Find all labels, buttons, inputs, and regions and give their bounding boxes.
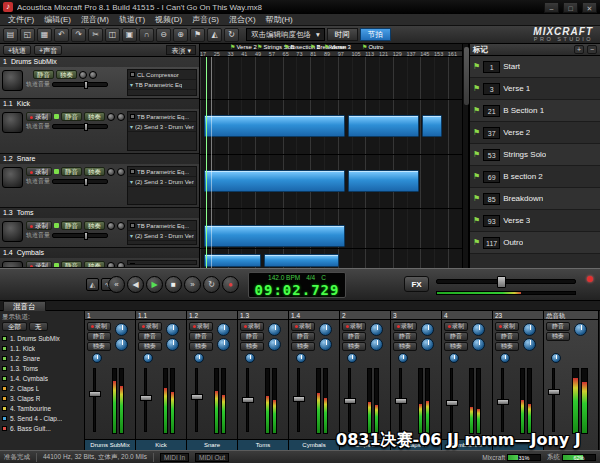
track-volume-slider[interactable] [52,124,108,129]
audio-clip[interactable] [204,115,345,137]
record-button[interactable]: ● [222,276,239,293]
fader-handle[interactable] [446,400,458,406]
volume-slider-handle[interactable] [84,123,88,131]
solo-button[interactable]: 独奏 [393,342,417,351]
fader-handle[interactable] [293,396,305,402]
solo-button[interactable]: 独奏 [189,342,213,351]
eq-knob[interactable] [217,323,230,336]
pan-knob[interactable] [107,222,115,230]
menu-item[interactable]: 轨道(T) [114,14,150,25]
volume-fader[interactable] [399,368,402,432]
pan-knob[interactable] [79,71,87,79]
fx-chain-box[interactable]: TB Parametric Eq... ▾ (2) Send 3 - Drum … [127,166,197,205]
metronome-icon[interactable]: ◭ [207,28,222,42]
forward-button[interactable]: » [184,276,201,293]
fx-chain-box[interactable]: CL Compressor ▾ TB Parametric Eq [127,69,197,96]
pan-knob[interactable] [551,353,561,363]
marker-item[interactable]: ⚑ 3 Verse 1 [470,78,600,100]
volume-slider-handle[interactable] [84,81,88,89]
mute-button[interactable]: 静音 [61,221,82,230]
solo-button[interactable]: 独奏 [56,70,77,79]
time-display[interactable]: 142.0 BPM 4/4 C 09:02.729 [248,272,346,298]
mute-button[interactable]: 静音 [138,332,162,341]
fx-enable-checkbox[interactable] [130,223,135,228]
master-volume-slider[interactable] [436,279,576,284]
rewind-start-button[interactable]: « [108,276,125,293]
pan-knob[interactable] [347,353,357,363]
mute-button[interactable]: 静音 [61,261,82,268]
beat-mode-tab[interactable]: 节拍 [360,28,391,41]
pan-knob[interactable] [107,113,115,121]
solo-button[interactable]: 独奏 [495,342,519,351]
marker-item[interactable]: ⚑ 21 B Section 1 [470,100,600,122]
send-knob[interactable] [117,222,125,230]
solo-button[interactable]: 独奏 [87,342,111,351]
fader-handle[interactable] [191,394,203,400]
solo-button[interactable]: 独奏 [138,342,162,351]
track-header[interactable]: 1 Drums SubMix 静音 独奏 轨道音量 [0,57,199,99]
copy-icon[interactable]: ◫ [105,28,120,42]
new-project-icon[interactable]: ▤ [3,28,18,42]
fader-handle[interactable] [89,391,101,397]
eq-knob[interactable] [115,323,128,336]
mute-button[interactable]: 静音 [342,332,366,341]
marker-icon[interactable]: ⚑ [190,28,205,42]
fader-handle[interactable] [548,389,560,395]
fader-handle[interactable] [497,399,509,405]
fx-chain-box[interactable]: TB Parametric Eq... ▾ (2) Send 3 - Drum … [127,111,197,151]
solo-button[interactable]: 独奏 [444,342,468,351]
eq-knob[interactable] [370,323,383,336]
playhead[interactable] [206,57,207,268]
volume-fader[interactable] [348,368,351,432]
performance-panel-button[interactable]: 表演 ▾ [166,45,196,55]
menu-item[interactable]: 编辑(E) [39,14,76,25]
section-marker[interactable]: ⚑ Verse 3 [324,44,351,51]
menu-item[interactable]: 混合(X) [224,14,261,25]
mute-button[interactable]: 静音 [189,332,213,341]
volume-fader[interactable] [450,368,453,432]
send-knob[interactable] [115,338,128,351]
track-header[interactable]: 1.2 Snare 录制 静音 独奏 轨道音量 [0,154,199,208]
pan-knob[interactable] [107,168,115,176]
remove-marker-button[interactable]: − [587,45,597,54]
pan-knob[interactable] [296,353,306,363]
eq-knob[interactable] [523,323,536,336]
fx-enable-checkbox[interactable] [130,72,135,77]
record-arm-button[interactable]: 录制 [138,322,162,331]
track-volume-slider[interactable] [52,82,108,87]
solo-button[interactable]: 独奏 [84,261,105,268]
mute-button[interactable]: 静音 [87,332,111,341]
send-knob[interactable] [319,338,332,351]
volume-fader[interactable] [144,368,147,432]
maximize-button[interactable]: □ [563,2,578,13]
pan-knob[interactable] [449,353,459,363]
marker-item[interactable]: ⚑ 53 Strings Solo [470,144,600,166]
mixer-channel-strip[interactable]: 1.1 录制 静音 独奏 Kick [136,311,187,450]
marker-item[interactable]: ⚑ 117 Outro [470,232,600,254]
mute-button[interactable]: 静音 [393,332,417,341]
record-arm-button[interactable]: 录制 [495,322,519,331]
menu-item[interactable]: 视频(D) [150,14,187,25]
section-marker-ruler[interactable]: ⚑ Verse 2 ⚑ Strings Solo ⚑ B section 2 ⚑… [200,44,462,51]
track-filter-item[interactable]: 1.4. Cymbals [2,373,82,383]
open-project-icon[interactable]: ◱ [20,28,35,42]
mute-button[interactable]: 静音 [33,70,54,79]
close-button[interactable]: ✕ [582,2,597,13]
loop-icon[interactable]: ↻ [224,28,239,42]
pan-knob[interactable] [500,353,510,363]
eq-knob[interactable] [268,323,281,336]
audio-clip[interactable] [204,225,345,247]
send-knob[interactable] [421,338,434,351]
section-marker[interactable]: ⚑ Verse 2 [230,44,257,51]
mute-button[interactable]: 静音 [546,322,570,331]
record-arm-button[interactable]: 录制 [444,322,468,331]
fx-enable-checkbox[interactable] [130,114,135,119]
key-readout[interactable]: C [321,274,326,282]
record-arm-button[interactable]: 录制 [291,322,315,331]
mute-button[interactable]: 静音 [444,332,468,341]
paste-icon[interactable]: ▣ [122,28,137,42]
undo-icon[interactable]: ↶ [54,28,69,42]
eq-knob[interactable] [319,323,332,336]
metronome-button[interactable]: ◭ [86,278,99,291]
master-volume-fader[interactable] [552,368,555,432]
